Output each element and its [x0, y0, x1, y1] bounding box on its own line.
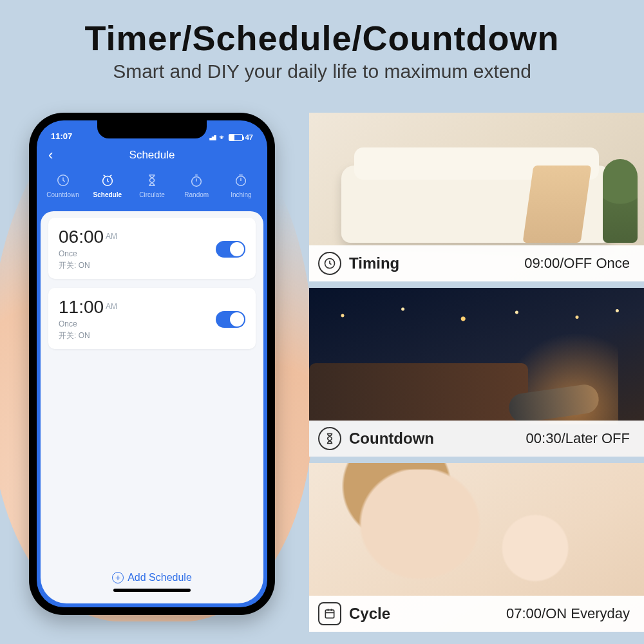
plus-icon: +	[112, 572, 124, 583]
timer-icon	[234, 173, 248, 187]
battery-icon	[229, 134, 243, 141]
tab-label: Random	[184, 191, 209, 198]
hero-title: Timer/Schedule/Countdown	[26, 18, 618, 58]
schedule-item[interactable]: 06:00AM Once 开关: ON	[48, 218, 256, 279]
item-meridiem: AM	[106, 232, 117, 241]
feature-value: 07:00/ON Everyday	[506, 605, 630, 622]
stopwatch-icon	[189, 173, 204, 187]
clock-icon	[56, 173, 70, 187]
hourglass-icon	[318, 427, 341, 450]
tab-label: Schedule	[93, 191, 122, 198]
svg-point-3	[236, 176, 246, 186]
bokeh-lights	[309, 299, 644, 332]
battery-pct: 47	[245, 133, 253, 141]
svg-rect-5	[325, 610, 334, 618]
phone-frame: 11:07 ᯤ 47 ‹ Schedule Countdown	[29, 113, 275, 615]
nav-title: Schedule	[129, 149, 175, 162]
home-indicator	[113, 589, 191, 592]
add-label: Add Schedule	[128, 572, 192, 583]
tab-label: Circulate	[139, 191, 164, 198]
nav-bar: ‹ Schedule	[37, 142, 267, 168]
mode-tabs: Countdown Schedule Circulate Random Inch…	[37, 168, 267, 209]
tab-circulate[interactable]: Circulate	[129, 173, 174, 198]
signal-icon	[207, 134, 216, 140]
feature-card-cycle: Cycle 07:00/ON Everyday	[309, 463, 644, 632]
hourglass-icon	[145, 173, 159, 187]
wifi-icon: ᯤ	[219, 133, 226, 141]
tab-label: Inching	[231, 191, 251, 198]
item-toggle[interactable]	[216, 311, 245, 328]
alarm-icon	[100, 173, 115, 187]
feature-title: Cycle	[349, 605, 390, 623]
item-time: 06:00	[59, 227, 104, 247]
hero-subtitle: Smart and DIY your daily life to maximum…	[26, 61, 618, 82]
item-action: 开关: ON	[59, 330, 117, 341]
feature-value: 09:00/OFF Once	[524, 255, 630, 272]
phone-in-hand: 11:07 ᯤ 47 ‹ Schedule Countdown	[29, 113, 275, 615]
tab-label: Countdown	[46, 191, 79, 198]
add-schedule-button[interactable]: + Add Schedule	[48, 565, 256, 587]
feature-card-timing: Timing 09:00/OFF Once	[309, 113, 644, 281]
phone-notch	[97, 120, 207, 138]
tab-inching[interactable]: Inching	[219, 173, 263, 198]
throw-blanket	[523, 166, 592, 243]
tab-schedule[interactable]: Schedule	[85, 173, 129, 198]
couch-illustration	[309, 363, 528, 421]
feature-value: 00:30/Later OFF	[526, 430, 630, 447]
tab-random[interactable]: Random	[175, 173, 219, 198]
clock-icon	[318, 252, 341, 275]
feature-title: Countdown	[349, 430, 434, 448]
tab-countdown[interactable]: Countdown	[41, 173, 85, 198]
item-repeat: Once	[59, 249, 117, 258]
status-time: 11:07	[51, 131, 72, 141]
item-action: 开关: ON	[59, 260, 117, 271]
plant-illustration	[603, 159, 638, 243]
item-meridiem: AM	[106, 302, 117, 311]
schedule-item[interactable]: 11:00AM Once 开关: ON	[48, 288, 256, 349]
calendar-icon	[318, 602, 341, 625]
feature-title: Timing	[349, 254, 399, 272]
phone-screen: 11:07 ᯤ 47 ‹ Schedule Countdown	[37, 120, 267, 607]
item-toggle[interactable]	[216, 241, 245, 258]
feature-card-countdown: Countdown 00:30/Later OFF	[309, 288, 644, 457]
feature-column: Timing 09:00/OFF Once Countdown 00:30/La…	[309, 113, 644, 632]
back-button[interactable]: ‹	[48, 147, 53, 164]
schedule-card: 06:00AM Once 开关: ON 11:00AM Once 开关: ON	[41, 211, 263, 603]
item-time: 11:00	[59, 297, 104, 317]
item-repeat: Once	[59, 319, 117, 328]
